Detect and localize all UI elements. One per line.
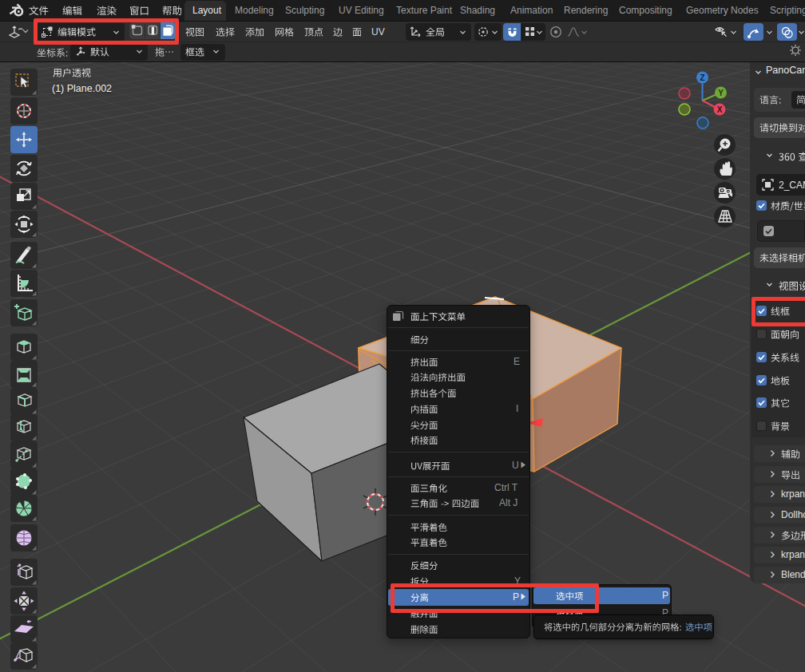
svg-text:X: X: [717, 105, 723, 114]
svg-text:Z: Z: [700, 73, 704, 82]
svg-text:Y: Y: [718, 89, 724, 97]
